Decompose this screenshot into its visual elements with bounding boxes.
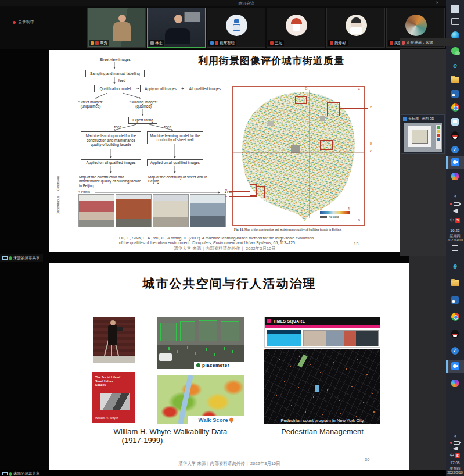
participant-tile[interactable]: 三九 [267, 8, 325, 48]
map-annotation-box-G [257, 186, 265, 198]
tray-clock-time[interactable]: 16:22 [446, 228, 464, 232]
facade-photo-3 [153, 194, 189, 227]
popup-title: 无标题 - 画图 3D [408, 116, 434, 121]
tray-volume[interactable] [446, 447, 464, 450]
battery-icon [454, 441, 460, 445]
slide-title: 城市公共空间与行人活动治理 [49, 275, 409, 292]
task-view-button[interactable] [446, 15, 464, 28]
map-leader-E [333, 145, 368, 145]
video-strip: 云录制中 覃秀 林志 [0, 6, 446, 49]
tray-clock-date[interactable]: 2022/3/10 [446, 238, 464, 242]
flow-apply-all: Apply on all images [140, 85, 181, 92]
file-explorer-app[interactable] [446, 73, 464, 86]
chrome-app[interactable] [446, 310, 464, 323]
slide-title: 利用街景图像评价城市街道质量 [142, 54, 400, 67]
times-square-website: TIMES SQUARE [264, 317, 380, 348]
participant-tile[interactable]: 林志 [147, 8, 206, 48]
tray-chevron[interactable]: < [446, 434, 464, 439]
internet-explorer-app[interactable]: e [446, 59, 464, 72]
flow-applied-1: Applied on all qualified images [81, 159, 141, 166]
gallery-app[interactable] [446, 115, 464, 128]
facade-photo-4 [190, 194, 226, 227]
paint3d-preview-popup[interactable]: 无标题 - 画图 3D [401, 114, 445, 154]
website-navbar [265, 325, 380, 328]
flow-feed-1: feed [116, 78, 128, 83]
map-letter-H: H [225, 188, 227, 192]
blue-app[interactable] [446, 294, 464, 306]
flow-ml-wall: Machine learning model for the continuit… [147, 131, 203, 144]
ime-language: 中 [450, 217, 454, 223]
flow-map-facade: Map of the construction and maintenance … [79, 175, 143, 188]
participant-name: 覃秀 [100, 41, 107, 46]
axis-discontinuous-label: Discontinuous [56, 196, 60, 214]
map-leader-G [229, 196, 257, 197]
person-badge-icon [210, 41, 214, 45]
popup-header: 无标题 - 画图 3D [403, 116, 434, 121]
walkscore-heatmap: Walk Score [157, 375, 244, 424]
check-app[interactable]: ✓ [446, 143, 464, 156]
page-number: 30 [365, 457, 369, 462]
participant-name: 林志 [155, 41, 163, 46]
tencent-meeting-app[interactable] [446, 360, 464, 373]
participant-tile[interactable]: 魏修彬 [326, 8, 385, 48]
participant-name: 魏修彬 [334, 41, 346, 46]
paint3d-app[interactable] [446, 170, 464, 182]
action-center-button[interactable] [446, 245, 464, 251]
tray-volume[interactable] [446, 209, 464, 213]
blue-app[interactable] [446, 87, 464, 100]
screen-share-banner[interactable]: 来源的屏幕共享 [0, 254, 43, 262]
bottom-strip: 来源的屏幕共享 [0, 470, 446, 476]
tray-clock-time[interactable]: 17:06 [446, 461, 464, 465]
legend-min: 1 [320, 207, 322, 210]
qq-app[interactable] [446, 129, 464, 142]
meeting-titlebar: 腾讯会议 ✕ [0, 0, 446, 6]
flow-expert-rating: Expert rating [128, 117, 157, 124]
taskbar-bottom: e ✓ < 中 S 17:06 星期四 2022/3/10 [446, 256, 464, 476]
ie-icon: e [453, 262, 457, 270]
recording-dot-icon [13, 21, 16, 24]
speaker-icon [453, 209, 456, 213]
check-app[interactable]: ✓ [446, 344, 464, 357]
flow-street-images: “Street images”(unqualified) [74, 100, 107, 109]
tray-clock-date[interactable]: 2022/3/10 [446, 471, 464, 474]
tray-ime[interactable]: 中 S [446, 453, 464, 459]
map-letter-C: C [370, 149, 372, 153]
map-leader-C [365, 152, 368, 152]
avatar [405, 15, 427, 36]
paint3d-icon [451, 173, 459, 180]
map-letter-D: D [305, 87, 307, 90]
tray-chevron[interactable]: < [446, 194, 464, 199]
close-icon[interactable]: ✕ [436, 1, 439, 5]
tencent-meeting-app[interactable] [446, 156, 464, 169]
map-annotation-box-D [295, 96, 307, 104]
internet-explorer-app[interactable]: e [446, 260, 464, 273]
flow-street-view: Street view images [95, 58, 135, 62]
figure-caption: Fig. 10. Map of the construction and mai… [234, 228, 365, 231]
paint3d-app[interactable] [446, 377, 464, 389]
placemeter-image: placemeter [157, 317, 244, 369]
mic-muted-icon [390, 41, 393, 45]
cloud-recording-indicator[interactable]: 云录制中 [13, 19, 34, 25]
check-app-icon: ✓ [451, 146, 459, 153]
qq-app[interactable] [446, 327, 464, 340]
flow-all-qualified: All qualified images [185, 87, 225, 91]
sogou-icon: S [455, 453, 460, 458]
speaker-icon [453, 447, 456, 450]
tray-status-icons[interactable] [446, 202, 464, 206]
slide-street-quality: 利用街景图像评价城市街道质量 Str [49, 50, 400, 252]
participant-tile[interactable]: 初东智聪 [207, 8, 265, 48]
chrome-app[interactable] [446, 101, 464, 114]
file-explorer-app[interactable] [446, 277, 464, 289]
book-author: William H. Whyte [95, 416, 131, 420]
tray-ime[interactable]: 中 S [446, 217, 464, 223]
avatar [226, 15, 247, 36]
screen-share-banner-partial[interactable]: 来源的屏幕共享 [0, 470, 43, 476]
participant-name: 三九 [275, 41, 282, 46]
tray-status-icons[interactable] [446, 441, 464, 445]
map-letter-G: G [225, 194, 227, 198]
monitor-icon [2, 472, 8, 475]
sogou-icon: S [455, 218, 460, 223]
start-button[interactable] [446, 2, 464, 15]
battery-icon [454, 202, 460, 206]
participant-tile[interactable]: 覃秀 [87, 8, 146, 48]
